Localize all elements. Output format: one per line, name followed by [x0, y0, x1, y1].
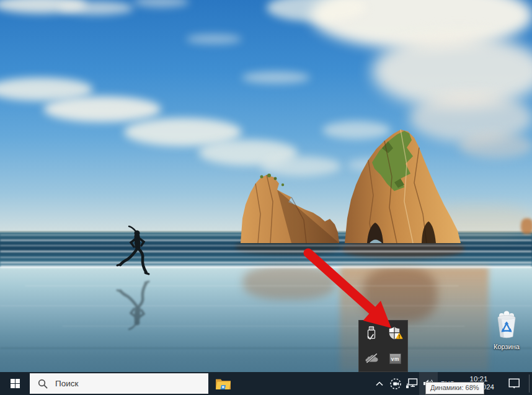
foam	[0, 265, 532, 268]
cloud	[59, 1, 133, 15]
vmware-tools-label: vm	[389, 353, 401, 364]
rock-reflection	[363, 267, 437, 322]
network-icon	[406, 378, 419, 389]
file-explorer-icon	[215, 377, 231, 390]
meet-now-icon	[389, 378, 402, 390]
start-button[interactable]	[0, 372, 30, 395]
cloud	[242, 71, 310, 84]
foam	[0, 257, 532, 258]
search-icon	[38, 379, 48, 389]
sand-streak	[0, 347, 532, 349]
rock-reflection	[243, 265, 336, 300]
network-button[interactable]	[404, 372, 419, 395]
meet-now-button[interactable]	[388, 372, 403, 395]
volume-tooltip: Динамики: 68%	[425, 382, 484, 394]
file-explorer-button[interactable]	[208, 372, 238, 395]
recycle-bin-label: Корзина	[489, 343, 525, 350]
taskbar-search[interactable]	[30, 373, 208, 394]
vmware-tools-icon[interactable]: vm	[383, 346, 407, 371]
sand-streak	[25, 285, 459, 286]
cloud	[186, 34, 242, 44]
onedrive-offline-icon[interactable]	[359, 346, 383, 371]
usb-safely-remove-icon[interactable]	[359, 321, 383, 346]
foam	[0, 262, 532, 264]
rock-formations	[229, 121, 477, 248]
foam	[0, 251, 532, 252]
windows-security-warning-icon[interactable]	[383, 321, 407, 346]
distant-headland	[521, 218, 532, 234]
cloud	[43, 96, 161, 122]
search-input[interactable]	[54, 378, 208, 389]
show-desktop-divider[interactable]	[529, 375, 530, 393]
chevron-up-icon	[376, 381, 383, 386]
volume-tooltip-text: Динамики: 68%	[430, 384, 479, 391]
action-center-button[interactable]	[501, 372, 527, 395]
recycle-bin[interactable]: Корзина	[489, 311, 525, 349]
sand-streak	[0, 305, 532, 306]
desktop-wallpaper	[0, 0, 532, 372]
tray-overflow-popup: vm	[358, 320, 408, 372]
recycle-bin-icon	[493, 311, 520, 340]
action-center-icon	[508, 378, 520, 389]
jogger-silhouette	[112, 223, 155, 332]
windows-logo-icon	[11, 379, 20, 388]
tray-chevron-button[interactable]	[372, 372, 387, 395]
